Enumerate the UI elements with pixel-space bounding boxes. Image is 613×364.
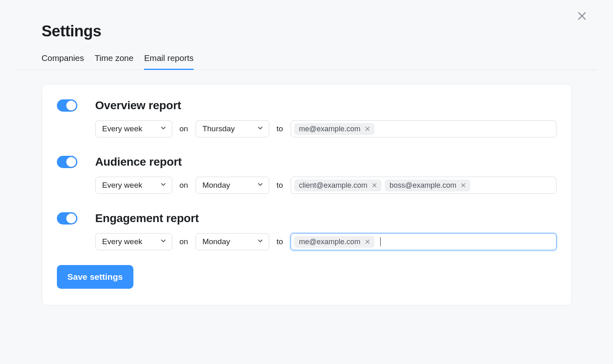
email-chip-text: me@example.com bbox=[299, 238, 361, 246]
chevron-down-icon bbox=[160, 124, 167, 134]
chevron-down-icon bbox=[257, 124, 264, 134]
day-select-engagement[interactable]: Monday bbox=[196, 233, 269, 250]
label-on: on bbox=[180, 237, 188, 246]
chevron-down-icon bbox=[160, 237, 167, 247]
frequency-select-engagement[interactable]: Every week bbox=[95, 233, 172, 250]
email-chip: me@example.com bbox=[294, 123, 374, 135]
chevron-down-icon bbox=[257, 237, 264, 247]
chevron-down-icon bbox=[257, 181, 264, 190]
recipients-input-overview[interactable]: me@example.com bbox=[291, 120, 557, 137]
remove-chip-button[interactable] bbox=[460, 182, 467, 189]
label-on: on bbox=[180, 181, 188, 190]
recipients-input-engagement[interactable]: me@example.com bbox=[291, 233, 557, 250]
report-engagement: Engagement report Every week on Monday t… bbox=[57, 212, 557, 250]
email-reports-card: Overview report Every week on Thursday t… bbox=[42, 84, 572, 306]
toggle-audience[interactable] bbox=[57, 156, 77, 168]
label-to: to bbox=[277, 237, 283, 246]
day-select-audience[interactable]: Monday bbox=[196, 177, 269, 194]
tab-time-zone[interactable]: Time zone bbox=[95, 53, 133, 70]
tab-email-reports[interactable]: Email reports bbox=[144, 53, 194, 70]
frequency-select-audience[interactable]: Every week bbox=[95, 177, 172, 194]
day-value: Monday bbox=[203, 181, 230, 190]
email-chip: me@example.com bbox=[294, 236, 374, 248]
email-chip: client@example.com bbox=[294, 180, 381, 191]
frequency-value: Every week bbox=[102, 237, 142, 246]
save-settings-button[interactable]: Save settings bbox=[57, 265, 133, 289]
label-to: to bbox=[277, 124, 283, 133]
email-input-area[interactable] bbox=[384, 237, 552, 246]
report-title: Engagement report bbox=[95, 212, 199, 225]
text-cursor bbox=[380, 237, 381, 246]
day-value: Thursday bbox=[203, 124, 235, 133]
frequency-select-overview[interactable]: Every week bbox=[95, 120, 172, 137]
report-title: Overview report bbox=[95, 99, 181, 112]
toggle-engagement[interactable] bbox=[57, 212, 77, 225]
recipients-input-audience[interactable]: client@example.com boss@example.com bbox=[291, 177, 557, 194]
email-input-area[interactable] bbox=[473, 181, 552, 190]
close-button[interactable] bbox=[575, 9, 589, 23]
report-audience: Audience report Every week on Monday to bbox=[57, 155, 557, 194]
email-chip-text: boss@example.com bbox=[390, 181, 456, 190]
remove-chip-button[interactable] bbox=[364, 125, 371, 133]
email-chip-text: client@example.com bbox=[299, 181, 367, 190]
report-title: Audience report bbox=[95, 155, 182, 169]
remove-chip-button[interactable] bbox=[364, 238, 371, 245]
tab-companies[interactable]: Companies bbox=[42, 53, 84, 70]
page-title: Settings bbox=[42, 22, 572, 40]
email-input-area[interactable] bbox=[378, 124, 553, 133]
chevron-down-icon bbox=[160, 181, 167, 190]
day-value: Monday bbox=[203, 237, 230, 246]
frequency-value: Every week bbox=[102, 181, 142, 190]
report-overview: Overview report Every week on Thursday t… bbox=[57, 99, 557, 137]
toggle-overview[interactable] bbox=[57, 99, 77, 112]
label-to: to bbox=[277, 181, 283, 190]
remove-chip-button[interactable] bbox=[371, 182, 378, 189]
day-select-overview[interactable]: Thursday bbox=[196, 120, 269, 137]
frequency-value: Every week bbox=[102, 124, 142, 133]
settings-tabs: Companies Time zone Email reports bbox=[17, 53, 596, 70]
email-chip-text: me@example.com bbox=[299, 125, 361, 133]
label-on: on bbox=[180, 124, 188, 133]
email-chip: boss@example.com bbox=[385, 180, 470, 191]
